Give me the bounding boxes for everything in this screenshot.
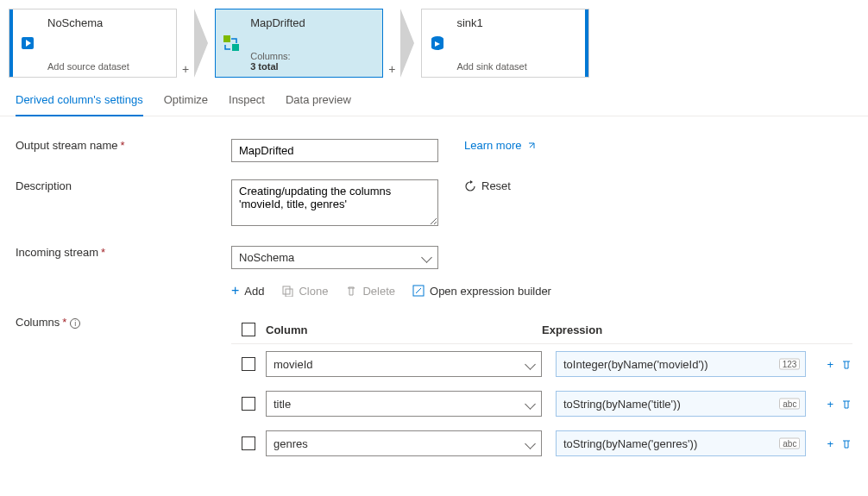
reset-icon xyxy=(464,180,476,192)
flow-node-sink[interactable]: sink1 Add sink dataset xyxy=(421,9,589,78)
trash-icon xyxy=(345,285,357,297)
add-step-button[interactable]: + xyxy=(177,62,194,78)
chevron-down-icon xyxy=(526,358,534,371)
reset-button[interactable]: Reset xyxy=(464,179,511,192)
column-name-input[interactable]: movieId xyxy=(266,351,542,377)
expression-input[interactable]: toString(byName('genres'))abc xyxy=(556,430,806,456)
column-row: genres toString(byName('genres'))abc + xyxy=(231,424,852,463)
svg-rect-5 xyxy=(286,289,292,297)
flow-node-derived[interactable]: MapDrifted Columns: 3 total xyxy=(215,9,383,78)
description-textarea[interactable] xyxy=(231,179,438,226)
external-link-icon xyxy=(526,141,537,151)
flow-node-source[interactable]: NoSchema Add source dataset xyxy=(9,9,177,78)
database-sink-icon xyxy=(422,9,453,77)
node-subtitle: Columns: 3 total xyxy=(250,51,377,72)
learn-more-link[interactable]: Learn more xyxy=(464,139,537,152)
type-badge: abc xyxy=(779,438,800,449)
column-name-input[interactable]: genres xyxy=(266,430,542,456)
arrow-icon xyxy=(400,9,421,78)
expression-input[interactable]: toString(byName('title'))abc xyxy=(556,391,806,417)
svg-rect-2 xyxy=(232,44,239,51)
column-header-expr: Expression xyxy=(542,323,804,336)
column-row: title toString(byName('title'))abc + xyxy=(231,384,852,424)
tab-optimize[interactable]: Optimize xyxy=(164,93,208,116)
delete-column-button[interactable]: Delete xyxy=(345,285,395,298)
output-stream-input[interactable] xyxy=(231,139,438,162)
connector: + xyxy=(383,9,421,78)
tab-derived-settings[interactable]: Derived column's settings xyxy=(16,93,143,116)
svg-rect-4 xyxy=(283,286,290,294)
output-stream-label: Output stream name* xyxy=(16,139,231,152)
description-label: Description xyxy=(16,179,231,192)
settings-panel: Output stream name* Learn more Descripti… xyxy=(0,116,868,486)
open-expression-builder-button[interactable]: Open expression builder xyxy=(412,285,551,298)
row-checkbox[interactable] xyxy=(242,436,255,450)
incoming-stream-select[interactable]: NoSchema xyxy=(231,246,438,269)
tab-data-preview[interactable]: Data preview xyxy=(286,93,351,116)
add-row-button[interactable]: + xyxy=(827,358,833,371)
chevron-down-icon xyxy=(526,398,534,411)
settings-tabs: Derived column's settings Optimize Inspe… xyxy=(0,78,868,116)
tab-inspect[interactable]: Inspect xyxy=(229,93,265,116)
columns-toolbar: +Add Clone Delete Open expression builde… xyxy=(16,278,852,307)
arrow-icon xyxy=(194,9,215,78)
database-arrow-icon xyxy=(13,9,44,77)
row-checkbox[interactable] xyxy=(242,357,255,371)
type-badge: abc xyxy=(779,399,800,410)
info-icon[interactable]: i xyxy=(70,318,80,329)
delete-row-icon[interactable] xyxy=(840,358,852,370)
column-row: movieId toInteger(byName('movieId'))123 … xyxy=(231,344,852,384)
transform-icon xyxy=(216,9,247,77)
flow-canvas: NoSchema Add source dataset + MapDrifted… xyxy=(0,0,868,78)
chevron-down-icon xyxy=(526,437,534,450)
columns-header: Column Expression xyxy=(231,316,852,344)
add-row-button[interactable]: + xyxy=(827,398,833,411)
delete-row-icon[interactable] xyxy=(840,437,852,449)
column-header-name: Column xyxy=(266,323,542,336)
node-title: NoSchema xyxy=(47,16,171,29)
row-checkbox[interactable] xyxy=(242,397,255,411)
add-step-button[interactable]: + xyxy=(383,62,400,78)
node-accent xyxy=(585,9,588,77)
add-column-button[interactable]: +Add xyxy=(231,283,264,298)
select-all-checkbox[interactable] xyxy=(242,323,255,336)
node-title: MapDrifted xyxy=(250,16,377,29)
node-subtitle: Add sink dataset xyxy=(456,61,580,72)
column-name-input[interactable]: title xyxy=(266,391,542,417)
expression-builder-icon xyxy=(412,285,425,297)
connector: + xyxy=(177,9,215,78)
add-row-button[interactable]: + xyxy=(827,437,833,450)
delete-row-icon[interactable] xyxy=(840,398,852,410)
expression-input[interactable]: toInteger(byName('movieId'))123 xyxy=(556,351,806,377)
chevron-down-icon xyxy=(423,251,431,264)
node-title: sink1 xyxy=(456,16,580,29)
node-subtitle: Add source dataset xyxy=(47,61,171,72)
svg-rect-1 xyxy=(223,35,230,42)
columns-label: Columns*i xyxy=(16,316,231,329)
clone-column-button[interactable]: Clone xyxy=(281,285,328,298)
clone-icon xyxy=(281,285,293,297)
type-badge: 123 xyxy=(779,359,801,370)
incoming-stream-label: Incoming stream* xyxy=(16,246,231,259)
